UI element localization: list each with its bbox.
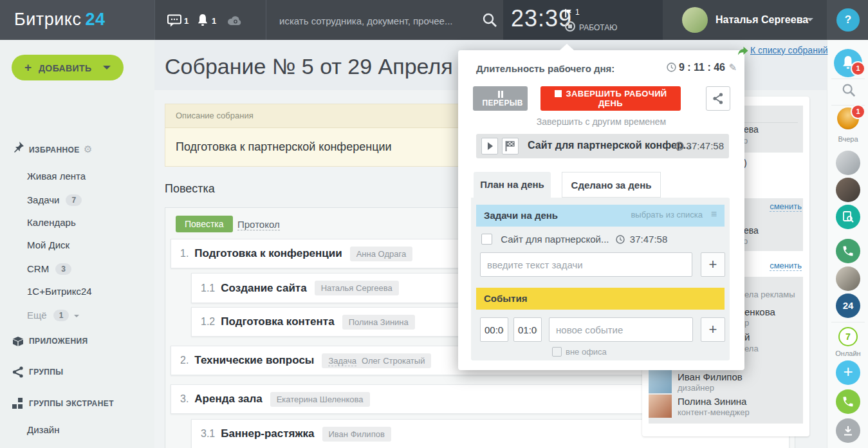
status-working: РАБОТАЮ [565,21,617,33]
help-button[interactable]: ? [836,8,860,32]
notifications-count-badge: 1 [851,61,865,76]
bitrix24-badge[interactable]: 24 [836,294,860,318]
item-title: Аренда зала [194,393,262,406]
play-button[interactable] [481,138,498,154]
sidebar-item-label: 1С+Битрикс24 [27,286,92,297]
change-link[interactable]: сменить [770,261,802,271]
user-avatar[interactable] [682,7,708,33]
sidebar-item-more[interactable]: Ещё1 [27,310,79,321]
download-button[interactable] [836,418,860,443]
chevron-down-icon [103,66,111,70]
person-badge[interactable]: ЗадачаОлег Строкатый [322,353,431,368]
chevron-down-icon [74,315,79,317]
event-time-to-input[interactable] [513,317,542,342]
add-task-button[interactable]: + [701,252,725,277]
sidebar-section-extranet-groups[interactable]: ГРУППЫ ЭКСТРАНЕТ [29,399,114,408]
person-badge[interactable]: Наталья Сергеева [315,281,399,295]
sidebar-item-tasks[interactable]: Задачи7 [27,194,82,206]
text-fragment: й [744,331,750,342]
page-title: Собрание № 5 от 29 Апреля [165,54,453,79]
new-event-input[interactable] [549,317,693,342]
contact-avatar[interactable] [836,266,860,291]
back-to-meetings-link[interactable]: К списку собраний [750,45,828,55]
add-button[interactable]: + ДОБАВИТЬ [12,55,124,80]
person-badge[interactable]: Екатерина Шеленкова [270,392,370,407]
reply-arrow-icon [737,46,748,58]
doc-search-button[interactable] [836,205,860,229]
contact-avatar[interactable] [836,178,860,202]
sidebar-item-my-disk[interactable]: Мой Диск [27,239,69,250]
logo-text: Битрикс [14,10,81,29]
task-link[interactable]: Задача [328,356,356,366]
tab-agenda[interactable]: Повестка [176,216,233,232]
user-name[interactable]: Наталья Сергеева [716,14,808,26]
break-button[interactable]: ПЕРЕРЫВ [473,86,528,111]
text-fragment: ева [744,225,759,236]
tab-done-for-day[interactable]: Сделано за день [562,172,661,198]
search-rail-button[interactable] [841,82,856,98]
choose-from-list-link[interactable]: выбрать из списка [631,210,703,219]
member-avatar[interactable] [649,370,672,393]
worktime-clock-block[interactable]: 23:39 1 РАБОТАЮ [503,0,663,40]
item-title: Подготовка к конференции [194,247,342,260]
chat-unread-badge: 1 [851,104,865,119]
add-event-button[interactable]: + [701,317,725,342]
member-name[interactable]: Иван Филипов [678,371,743,382]
invite-plus-button[interactable]: + [836,360,860,385]
current-task-title[interactable]: Сайт для партнерской конфер... [528,140,692,151]
text-fragment: ела рекламы [744,290,795,299]
online-count-badge[interactable]: 7 [838,327,858,346]
cloud-drive-icon[interactable] [226,15,243,29]
text-fragment: р [744,318,749,328]
bell-icon[interactable] [197,14,208,29]
sidebar-item-live-feed[interactable]: Живая лента [27,171,86,182]
divider [831,79,865,79]
member-name[interactable]: Полина Зинина [678,396,746,407]
tab-plan-for-day[interactable]: План на день [474,172,551,198]
flag-count: 1 [575,8,580,17]
task-checkbox[interactable] [481,234,492,245]
topbar: Битрикс24 1 1 23:39 1 РАБОТАЮ Н [0,0,868,40]
person-badge[interactable]: Полина Зинина [342,315,415,330]
search-input[interactable] [278,0,474,41]
share-button[interactable] [706,86,730,111]
person-name: Олег Строкатый [362,356,425,366]
sidebar-item-crm[interactable]: CRM3 [27,263,71,275]
phone-call-button[interactable] [836,389,860,414]
pencil-icon[interactable]: ✎ [728,62,737,73]
finish-other-time-link[interactable]: Завершить с другим временем [458,117,744,127]
sidebar-item-label: Календарь [27,217,76,228]
member-avatar[interactable] [649,395,672,418]
chat-icon[interactable] [167,14,181,30]
finish-flag-button[interactable] [502,138,519,154]
task-time: 37:47:58 [630,234,667,245]
contact-avatar[interactable] [836,151,860,175]
person-badge[interactable]: Иван Филипов [322,427,391,442]
sidebar-item-1c-bitrix24[interactable]: 1С+Битрикс24 [27,286,92,297]
item-number: 3. [180,393,189,405]
search-icon[interactable] [481,12,498,31]
hamburger-icon[interactable]: ≡ [711,209,717,220]
favorites-header[interactable]: ИЗБРАННОЕ [29,145,80,154]
chat-count[interactable]: 1 [184,16,189,26]
task-checkbox-row: Сайт для партнерской... 37:47:58 [481,234,667,245]
change-link[interactable]: сменить [770,201,802,212]
tab-protocol[interactable]: Протокол [237,219,280,230]
task-label[interactable]: Сайт для партнерской... [501,234,609,245]
call-contact-button[interactable] [836,239,860,263]
out-of-office-checkbox[interactable] [552,347,562,357]
sidebar-item-label: Ещё [27,310,47,321]
user-block[interactable]: Наталья Сергеева [663,0,827,40]
sidebar-section-groups[interactable]: ГРУППЫ [29,368,64,377]
new-task-input[interactable] [480,252,692,277]
sidebar-item-calendar[interactable]: Календарь [27,217,76,228]
sidebar-section-apps[interactable]: ПРИЛОЖЕНИЯ [29,337,88,346]
sidebar: + ДОБАВИТЬ ИЗБРАННОЕ ⚙ Живая лента Задач… [0,40,154,448]
sidebar-item-design[interactable]: Дизайн [27,424,59,435]
bell-count[interactable]: 1 [212,16,216,26]
gear-icon[interactable]: ⚙ [84,144,92,155]
person-badge[interactable]: Анна Одрага [350,247,412,261]
finish-workday-button[interactable]: ЗАВЕРШИТЬ РАБОЧИЙ ДЕНЬ [540,86,681,111]
logo[interactable]: Битрикс24 [14,10,105,30]
event-time-from-input[interactable] [480,317,508,342]
